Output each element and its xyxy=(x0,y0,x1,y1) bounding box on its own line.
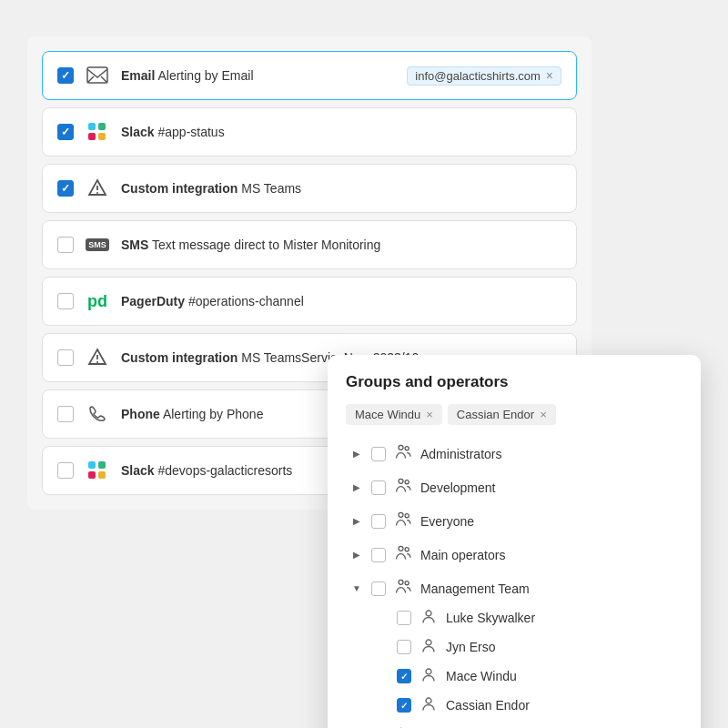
member-checkbox-cassian[interactable] xyxy=(397,698,411,713)
svg-point-9 xyxy=(399,445,403,450)
group-row-everyone[interactable]: ▶Everyone xyxy=(346,505,682,537)
group-label-dev: Development xyxy=(420,480,496,495)
icon-custom xyxy=(85,345,110,370)
svg-point-17 xyxy=(399,580,403,584)
remove-tag-email[interactable]: × xyxy=(546,69,553,82)
dropdown-title: Groups and operators xyxy=(346,373,682,391)
group-wrapper-mgmt: ▼Management TeamLuke SkywalkerJyn ErsoMa… xyxy=(346,572,682,719)
selected-tag-cassian[interactable]: Cassian Endor× xyxy=(448,404,556,425)
icon-slack xyxy=(85,458,110,483)
expand-arrow-dev[interactable]: ▶ xyxy=(349,480,364,495)
group-row-main[interactable]: ▶Main operators xyxy=(346,539,682,571)
svg-line-1 xyxy=(87,76,94,83)
group-icon-admins xyxy=(393,442,413,465)
svg-point-20 xyxy=(426,640,431,645)
member-row-jyn[interactable]: Jyn Erso xyxy=(393,633,682,661)
group-label-everyone: Everyone xyxy=(420,514,474,529)
group-row-ops[interactable]: ▶Operations Team xyxy=(346,721,682,728)
notification-row-slack1[interactable]: Slack #app-status xyxy=(42,107,577,157)
group-list: ▶Administrators▶Development▶Everyone▶Mai… xyxy=(346,438,682,728)
member-label-cassian: Cassian Endor xyxy=(446,698,530,713)
label-sms: SMS Text message direct to Mister Monito… xyxy=(121,238,380,252)
member-checkbox-luke[interactable] xyxy=(397,611,411,625)
svg-point-8 xyxy=(96,361,98,363)
checkbox-email[interactable] xyxy=(57,67,74,84)
group-checkbox-admins[interactable] xyxy=(371,447,386,461)
selected-tags-container: Mace Windu×Cassian Endor× xyxy=(346,404,682,425)
group-checkbox-main[interactable] xyxy=(371,548,386,562)
checkbox-sms[interactable] xyxy=(57,237,74,253)
expand-arrow-everyone[interactable]: ▶ xyxy=(349,514,364,529)
groups-operators-dropdown: Groups and operators Mace Windu×Cassian … xyxy=(328,355,701,728)
label-custom1: Custom integration MS Teams xyxy=(121,181,301,196)
svg-point-12 xyxy=(405,480,409,484)
svg-point-5 xyxy=(96,192,98,194)
group-label-mgmt: Management Team xyxy=(420,581,530,596)
member-label-luke: Luke Skywalker xyxy=(446,611,535,625)
member-checkbox-mace[interactable] xyxy=(397,669,411,683)
checkbox-custom2[interactable] xyxy=(57,349,74,366)
svg-point-22 xyxy=(426,698,431,703)
checkbox-pagerduty[interactable] xyxy=(57,293,74,309)
notification-row-pagerduty[interactable]: pdPagerDuty #operations-channel xyxy=(42,277,577,326)
checkbox-slack1[interactable] xyxy=(57,124,74,140)
group-checkbox-everyone[interactable] xyxy=(371,514,386,529)
svg-line-2 xyxy=(101,76,107,83)
email-tag-email[interactable]: info@galacticshirts.com× xyxy=(407,66,561,86)
selected-tag-mace[interactable]: Mace Windu× xyxy=(346,404,442,425)
group-label-admins: Administrators xyxy=(420,447,501,461)
member-label-jyn: Jyn Erso xyxy=(446,640,495,654)
sub-rows-mgmt: Luke SkywalkerJyn ErsoMace WinduCassian … xyxy=(393,604,682,719)
remove-selected-tag-cassian[interactable]: × xyxy=(540,408,547,421)
svg-point-13 xyxy=(399,512,403,517)
svg-point-18 xyxy=(405,581,409,585)
group-row-mgmt[interactable]: ▼Management Team xyxy=(346,572,682,604)
group-wrapper-ops: ▶Operations Team xyxy=(346,721,682,728)
svg-point-11 xyxy=(399,479,403,483)
expand-arrow-mgmt[interactable]: ▼ xyxy=(349,581,364,596)
icon-custom xyxy=(85,176,110,201)
icon-pagerduty: pd xyxy=(85,288,110,314)
group-wrapper-everyone: ▶Everyone xyxy=(346,505,682,537)
expand-arrow-admins[interactable]: ▶ xyxy=(349,447,364,461)
group-wrapper-dev: ▶Development xyxy=(346,471,682,503)
notification-row-custom1[interactable]: Custom integration MS Teams xyxy=(42,164,577,213)
checkbox-slack2[interactable] xyxy=(57,462,74,479)
notification-row-sms[interactable]: SMSSMS Text message direct to Mister Mon… xyxy=(42,220,577,269)
group-wrapper-main: ▶Main operators xyxy=(346,539,682,571)
member-row-cassian[interactable]: Cassian Endor xyxy=(393,692,682,719)
member-row-mace[interactable]: Mace Windu xyxy=(393,662,682,690)
group-row-admins[interactable]: ▶Administrators xyxy=(346,438,682,470)
person-icon-cassian xyxy=(419,695,439,715)
person-icon-jyn xyxy=(419,637,439,657)
group-checkbox-mgmt[interactable] xyxy=(371,581,386,596)
member-checkbox-jyn[interactable] xyxy=(397,640,411,654)
expand-arrow-main[interactable]: ▶ xyxy=(349,548,364,562)
label-pagerduty: PagerDuty #operations-channel xyxy=(121,294,304,308)
tag-label-mace: Mace Windu xyxy=(355,408,420,421)
icon-slack xyxy=(85,119,110,145)
svg-point-14 xyxy=(405,514,409,518)
person-icon-luke xyxy=(419,608,439,628)
tag-label-cassian: Cassian Endor xyxy=(457,408,534,421)
remove-selected-tag-mace[interactable]: × xyxy=(426,408,433,421)
group-wrapper-admins: ▶Administrators xyxy=(346,438,682,470)
group-icon-mgmt xyxy=(393,577,413,600)
label-phone: Phone Alerting by Phone xyxy=(121,407,263,421)
group-icon-everyone xyxy=(393,510,413,532)
icon-sms: SMS xyxy=(85,232,110,258)
icon-phone xyxy=(85,401,110,427)
checkbox-custom1[interactable] xyxy=(57,180,74,197)
person-icon-mace xyxy=(419,666,439,686)
group-icon-main xyxy=(393,543,413,566)
member-row-luke[interactable]: Luke Skywalker xyxy=(393,604,682,632)
svg-point-21 xyxy=(426,669,431,674)
checkbox-phone[interactable] xyxy=(57,406,74,422)
label-slack1: Slack #app-status xyxy=(121,125,225,139)
group-checkbox-dev[interactable] xyxy=(371,480,386,495)
svg-point-19 xyxy=(426,611,431,616)
notification-row-email[interactable]: Email Alerting by Emailinfo@galacticshir… xyxy=(42,51,577,100)
group-row-dev[interactable]: ▶Development xyxy=(346,471,682,503)
group-label-main: Main operators xyxy=(420,548,505,562)
svg-point-15 xyxy=(399,546,403,551)
